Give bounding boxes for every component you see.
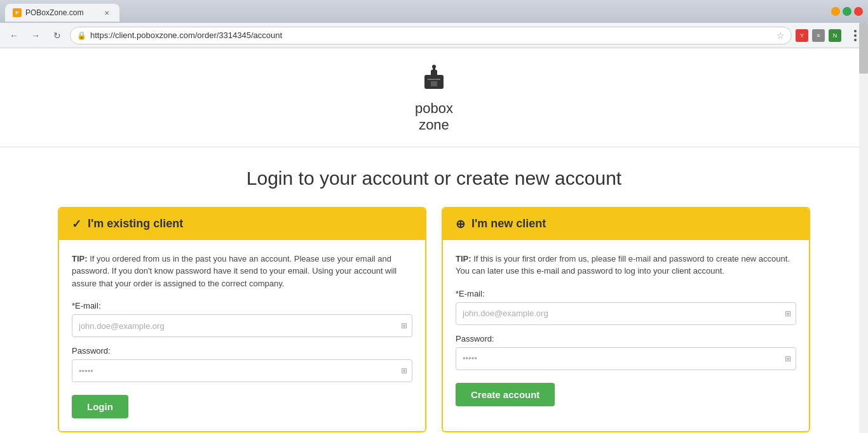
existing-email-input[interactable] bbox=[72, 314, 412, 337]
minimize-button[interactable] bbox=[831, 7, 840, 16]
forward-button[interactable]: → bbox=[27, 27, 44, 44]
svg-point-3 bbox=[432, 65, 436, 69]
panels-container: ✓ I'm existing client TIP: If you ordere… bbox=[0, 207, 868, 433]
maximize-button[interactable] bbox=[843, 7, 851, 16]
menu-dot bbox=[854, 30, 857, 32]
existing-client-title: I'm existing client bbox=[88, 217, 183, 230]
new-password-label: Password: bbox=[456, 334, 796, 343]
scrollbar[interactable] bbox=[859, 23, 868, 433]
tip-content: If you ordered from us in the past you h… bbox=[72, 254, 397, 288]
existing-client-body: TIP: If you ordered from us in the past … bbox=[59, 240, 425, 432]
page-title: Login to your account or create new acco… bbox=[0, 147, 868, 207]
browser-chrome: P POBoxZone.com ✕ ← → ↻ 🔒 https://client… bbox=[0, 0, 868, 48]
new-email-input[interactable] bbox=[456, 302, 796, 325]
existing-client-panel: ✓ I'm existing client TIP: If you ordere… bbox=[58, 207, 426, 433]
email-icon: ⊞ bbox=[401, 321, 407, 330]
bookmark-icon[interactable]: ☆ bbox=[776, 30, 785, 41]
svg-rect-5 bbox=[431, 81, 437, 86]
password-icon: ⊞ bbox=[785, 354, 791, 363]
menu-dot bbox=[854, 39, 857, 41]
tab-close-button[interactable]: ✕ bbox=[102, 8, 112, 18]
window-controls bbox=[831, 7, 863, 16]
extension-icon-2[interactable]: ≡ bbox=[812, 29, 825, 42]
logo-area: pobox zone bbox=[0, 48, 868, 147]
create-account-button[interactable]: Create account bbox=[456, 383, 555, 406]
back-button[interactable]: ← bbox=[5, 27, 23, 44]
new-password-wrapper: ⊞ bbox=[456, 347, 796, 370]
menu-dot bbox=[854, 34, 857, 37]
extension-icon-3[interactable]: N bbox=[829, 29, 841, 42]
plus-circle-icon: ⊕ bbox=[456, 217, 465, 231]
new-password-group: Password: ⊞ bbox=[456, 334, 796, 370]
logo-container: pobox zone bbox=[415, 63, 453, 134]
existing-email-wrapper: ⊞ bbox=[72, 314, 412, 337]
password-icon: ⊞ bbox=[401, 366, 407, 375]
existing-password-group: Password: ⊞ bbox=[72, 346, 412, 382]
tab-favicon: P bbox=[13, 8, 22, 17]
new-client-panel: ⊕ I'm new client TIP: If this is your fi… bbox=[442, 207, 810, 433]
tip-label: TIP: bbox=[72, 254, 88, 263]
logo-icon bbox=[415, 63, 453, 98]
existing-password-wrapper: ⊞ bbox=[72, 359, 412, 382]
lock-icon: 🔒 bbox=[77, 31, 86, 40]
login-button[interactable]: Login bbox=[72, 395, 128, 418]
existing-password-label: Password: bbox=[72, 346, 412, 356]
new-email-group: *E-mail: ⊞ bbox=[456, 289, 796, 325]
address-bar[interactable]: 🔒 https://client.poboxzone.com/order/331… bbox=[70, 27, 792, 44]
new-email-wrapper: ⊞ bbox=[456, 302, 796, 325]
refresh-button[interactable]: ↻ bbox=[48, 27, 66, 44]
url-text: https://client.poboxzone.com/order/33143… bbox=[90, 30, 773, 40]
existing-email-label: *E-mail: bbox=[72, 301, 412, 310]
email-icon: ⊞ bbox=[785, 309, 791, 318]
svg-rect-4 bbox=[428, 79, 440, 80]
logo-text: pobox zone bbox=[415, 100, 453, 134]
new-client-header: ⊕ I'm new client bbox=[443, 208, 809, 240]
new-password-input[interactable] bbox=[456, 347, 796, 370]
browser-extensions: Y ≡ N bbox=[796, 29, 844, 42]
scrollbar-thumb[interactable] bbox=[859, 23, 868, 74]
new-client-body: TIP: If this is your first order from us… bbox=[443, 240, 809, 419]
browser-tab[interactable]: P POBoxZone.com ✕ bbox=[5, 4, 119, 22]
browser-toolbar: ← → ↻ 🔒 https://client.poboxzone.com/ord… bbox=[0, 23, 868, 48]
existing-client-header: ✓ I'm existing client bbox=[59, 208, 425, 240]
extension-icon-1[interactable]: Y bbox=[796, 29, 808, 42]
new-client-tip: TIP: If this is your first order from us… bbox=[456, 253, 796, 277]
tip-label: TIP: bbox=[456, 254, 471, 263]
new-email-label: *E-mail: bbox=[456, 289, 796, 298]
page-content: pobox zone Login to your account or crea… bbox=[0, 48, 868, 433]
tip-content: If this is your first order from us, ple… bbox=[456, 254, 790, 276]
new-client-title: I'm new client bbox=[471, 217, 546, 230]
browser-titlebar: P POBoxZone.com ✕ bbox=[0, 0, 868, 23]
existing-password-input[interactable] bbox=[72, 359, 412, 382]
close-button[interactable] bbox=[854, 7, 863, 16]
tab-label: POBoxZone.com bbox=[25, 8, 83, 17]
checkmark-icon: ✓ bbox=[72, 217, 81, 231]
existing-email-group: *E-mail: ⊞ bbox=[72, 301, 412, 337]
existing-client-tip: TIP: If you ordered from us in the past … bbox=[72, 253, 412, 290]
